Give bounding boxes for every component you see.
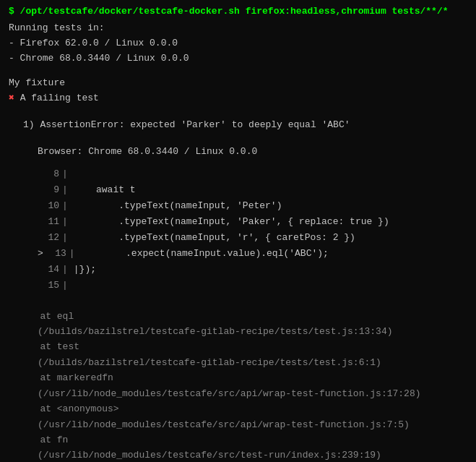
code-line-11: 11 | .typeText(nameInput, 'Paker', { rep… bbox=[38, 214, 467, 230]
stack-at-test: at test (/builds/bazilstrel/testcafe-git… bbox=[23, 339, 467, 370]
browser-info-line: Browser: Chrome 68.0.3440 / Linux 0.0.0 bbox=[9, 143, 467, 160]
fail-line: ✖ A failing test bbox=[9, 91, 467, 106]
code-line-15: 15 | bbox=[38, 278, 467, 294]
code-block: 8 | 9 | await t 10 | .typeText(nameInput… bbox=[9, 166, 467, 294]
stack-at-eql: at eql (/builds/bazilstrel/testcafe-gitl… bbox=[23, 309, 467, 340]
code-line-9: 9 | await t bbox=[38, 182, 467, 198]
stack-at-markeredfn: at markeredfn (/usr/lib/node_modules/tes… bbox=[23, 370, 467, 401]
stack-at-anonymous: at <anonymous> (/usr/lib/node_modules/te… bbox=[23, 401, 467, 432]
stack-traces: at eql (/builds/bazilstrel/testcafe-gitl… bbox=[9, 309, 467, 462]
browser-firefox: - Firefox 62.0.0 / Linux 0.0.0 bbox=[9, 36, 467, 51]
browser-chrome: - Chrome 68.0.3440 / Linux 0.0.0 bbox=[9, 51, 467, 67]
running-header: Running tests in: bbox=[9, 21, 467, 36]
code-line-8: 8 | bbox=[38, 166, 467, 182]
fail-test-label: A failing test bbox=[20, 93, 99, 103]
stack-at-fn: at fn (/usr/lib/node_modules/testcafe/sr… bbox=[23, 432, 467, 462]
fixture-label: My fixture bbox=[9, 76, 467, 91]
code-line-10: 10 | .typeText(nameInput, 'Peter') bbox=[38, 198, 467, 214]
command-line: $ /opt/testcafe/docker/testcafe-docker.s… bbox=[9, 6, 467, 17]
terminal-window: $ /opt/testcafe/docker/testcafe-docker.s… bbox=[9, 6, 467, 462]
code-line-14: 14 | |}); bbox=[38, 262, 467, 278]
fail-icon: ✖ bbox=[9, 93, 14, 103]
assertion-msg-text: expected 'Parker' to deeply equal 'ABC' bbox=[130, 119, 350, 130]
assertion-line: 1) AssertionError: expected 'Parker' to … bbox=[9, 116, 467, 133]
assertion-error-keyword: AssertionError: bbox=[40, 119, 124, 130]
code-line-13: > 13 | .expect(nameInput.value).eql('ABC… bbox=[38, 246, 467, 262]
code-line-12: 12 | .typeText(nameInput, 'r', { caretPo… bbox=[38, 230, 467, 246]
assertion-number: 1) bbox=[23, 119, 35, 130]
